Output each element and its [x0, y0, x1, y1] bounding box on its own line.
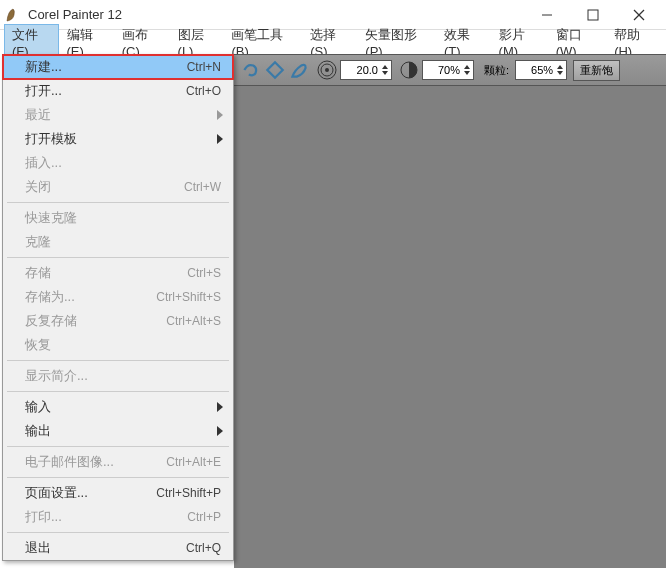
- menu-item-import[interactable]: 输入: [3, 395, 233, 419]
- menu-item-label: 输出: [25, 422, 221, 440]
- menu-item-export[interactable]: 输出: [3, 419, 233, 443]
- file-dropdown: 新建... Ctrl+N 打开... Ctrl+O 最近 打开模板 插入... …: [2, 54, 234, 561]
- size-icon[interactable]: [316, 59, 338, 81]
- menu-item-shortcut: Ctrl+Shift+S: [156, 290, 221, 304]
- menu-item-save-as: 存储为... Ctrl+Shift+S: [3, 285, 233, 309]
- menu-item-label: 快速克隆: [25, 209, 221, 227]
- menu-item-label: 打开模板: [25, 130, 221, 148]
- spinner-arrows-icon[interactable]: [556, 64, 564, 76]
- menu-item-clone: 克隆: [3, 230, 233, 254]
- menu-separator: [7, 532, 229, 533]
- menu-item-label: 关闭: [25, 178, 184, 196]
- menu-item-shortcut: Ctrl+N: [187, 60, 221, 74]
- menu-item-email: 电子邮件图像... Ctrl+Alt+E: [3, 450, 233, 474]
- menu-item-quit[interactable]: 退出 Ctrl+Q: [3, 536, 233, 560]
- menu-item-shortcut: Ctrl+Shift+P: [156, 486, 221, 500]
- menu-item-label: 输入: [25, 398, 221, 416]
- menu-item-save: 存储 Ctrl+S: [3, 261, 233, 285]
- menu-item-shortcut: Ctrl+S: [187, 266, 221, 280]
- opacity-spinner[interactable]: 70%: [422, 60, 474, 80]
- menu-item-label: 新建...: [25, 58, 187, 76]
- menu-item-insert: 插入...: [3, 151, 233, 175]
- menu-separator: [7, 257, 229, 258]
- shape-swirl-icon[interactable]: [240, 59, 262, 81]
- menu-item-close: 关闭 Ctrl+W: [3, 175, 233, 199]
- menu-item-recent[interactable]: 最近: [3, 103, 233, 127]
- menu-item-label: 插入...: [25, 154, 221, 172]
- menu-separator: [7, 360, 229, 361]
- menu-item-quick-clone: 快速克隆: [3, 206, 233, 230]
- menu-item-print: 打印... Ctrl+P: [3, 505, 233, 529]
- menu-separator: [7, 202, 229, 203]
- app-title: Corel Painter 12: [28, 7, 524, 22]
- toolbar: 20.0 70% 颗粒: 65% 重新饱: [234, 54, 666, 86]
- menu-item-label: 打印...: [25, 508, 187, 526]
- menu-item-label: 最近: [25, 106, 221, 124]
- submenu-arrow-icon: [217, 108, 223, 123]
- size-value: 20.0: [357, 64, 378, 76]
- menu-separator: [7, 477, 229, 478]
- menu-item-shortcut: Ctrl+O: [186, 84, 221, 98]
- resat-button[interactable]: 重新饱: [573, 60, 620, 81]
- menu-item-shortcut: Ctrl+Alt+E: [166, 455, 221, 469]
- menu-item-label: 打开...: [25, 82, 186, 100]
- svg-rect-1: [588, 10, 598, 20]
- opacity-icon[interactable]: [398, 59, 420, 81]
- size-group: 20.0: [316, 59, 392, 81]
- menu-item-label: 反复存储: [25, 312, 166, 330]
- menu-item-label: 页面设置...: [25, 484, 156, 502]
- submenu-arrow-icon: [217, 424, 223, 439]
- grain-spinner[interactable]: 65%: [515, 60, 567, 80]
- menu-separator: [7, 446, 229, 447]
- menu-item-shortcut: Ctrl+W: [184, 180, 221, 194]
- menu-item-label: 恢复: [25, 336, 221, 354]
- menu-item-open[interactable]: 打开... Ctrl+O: [3, 79, 233, 103]
- menu-item-revert: 恢复: [3, 333, 233, 357]
- menu-item-label: 显示简介...: [25, 367, 221, 385]
- menu-item-label: 退出: [25, 539, 186, 557]
- size-spinner[interactable]: 20.0: [340, 60, 392, 80]
- menu-item-new[interactable]: 新建... Ctrl+N: [3, 55, 233, 79]
- grain-label: 颗粒:: [484, 63, 509, 78]
- menu-separator: [7, 391, 229, 392]
- menubar: 文件(F) 编辑(E) 画布(C) 图层(L) 画笔工具(B) 选择(S) 矢量…: [0, 30, 666, 54]
- menu-item-shortcut: Ctrl+P: [187, 510, 221, 524]
- canvas-area: [234, 86, 666, 568]
- app-icon: [4, 6, 22, 24]
- menu-item-label: 存储: [25, 264, 187, 282]
- menu-item-open-template[interactable]: 打开模板: [3, 127, 233, 151]
- shape-diamond-icon[interactable]: [264, 59, 286, 81]
- menu-item-page-setup[interactable]: 页面设置... Ctrl+Shift+P: [3, 481, 233, 505]
- menu-item-shortcut: Ctrl+Q: [186, 541, 221, 555]
- menu-item-shortcut: Ctrl+Alt+S: [166, 314, 221, 328]
- menu-item-label: 克隆: [25, 233, 221, 251]
- menu-item-show-intro: 显示简介...: [3, 364, 233, 388]
- grain-value: 65%: [531, 64, 553, 76]
- spinner-arrows-icon[interactable]: [463, 64, 471, 76]
- submenu-arrow-icon: [217, 400, 223, 415]
- opacity-group: 70%: [398, 59, 474, 81]
- shape-brush-icon[interactable]: [288, 59, 310, 81]
- submenu-arrow-icon: [217, 132, 223, 147]
- brush-shape-group: [240, 59, 310, 81]
- svg-point-6: [325, 68, 329, 72]
- opacity-value: 70%: [438, 64, 460, 76]
- menu-item-iterative-save: 反复存储 Ctrl+Alt+S: [3, 309, 233, 333]
- spinner-arrows-icon[interactable]: [381, 64, 389, 76]
- menu-item-label: 电子邮件图像...: [25, 453, 166, 471]
- menu-item-label: 存储为...: [25, 288, 156, 306]
